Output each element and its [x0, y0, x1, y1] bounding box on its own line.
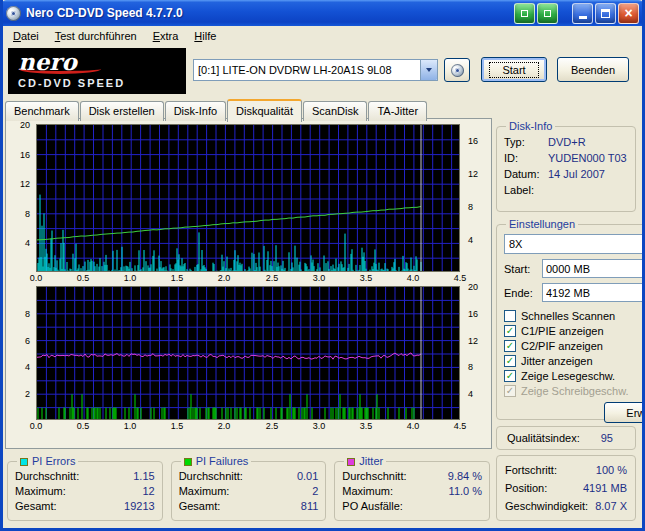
jitter-right-axis: 20161284	[464, 287, 490, 421]
axis-tick-label: 12	[468, 169, 478, 179]
checkbox-c2-pif-anzeigen[interactable]: ✓C2/PIF anzeigen	[504, 338, 645, 353]
menu-item-datei[interactable]: Datei	[5, 28, 47, 44]
menubar: DateiTest durchführenExtraHilfe	[3, 26, 642, 46]
close-button[interactable]: ×	[618, 3, 639, 24]
row-label: Fortschritt:	[505, 461, 596, 479]
stat-row: Maximum:2	[179, 484, 319, 499]
axis-tick-label: 8	[468, 202, 473, 212]
axis-tick-label: 0.0	[30, 273, 43, 283]
row-value: 12	[142, 484, 154, 499]
start-position-label: Start:	[504, 263, 542, 275]
checkbox-jitter-anzeigen[interactable]: ✓Jitter anzeigen	[504, 353, 645, 368]
disc-quality-tab-panel: 20161284 161284 0.00.51.01.52.02.53.03.5…	[5, 118, 492, 449]
end-position-input[interactable]	[542, 283, 645, 302]
row-label: Geschwindigkeit:	[505, 497, 595, 515]
maximize-button[interactable]	[595, 3, 616, 24]
tab-disk-erstellen[interactable]: Disk erstellen	[80, 101, 164, 121]
tab-scandisk[interactable]: ScanDisk	[303, 101, 367, 121]
speed-row: 8X ↻	[504, 234, 645, 254]
chevron-down-icon	[426, 68, 432, 72]
maximize-icon	[601, 9, 610, 18]
checkbox-label: Schnelles Scannen	[521, 310, 615, 322]
checkbox-label: Zeige Lesegeschw.	[521, 370, 615, 382]
checkbox-box[interactable]: ✓	[504, 370, 516, 382]
row-value: 811	[301, 499, 319, 514]
row-label: Durchschnitt:	[342, 469, 447, 484]
checkbox-c1-pie-anzeigen[interactable]: ✓C1/PIE anzeigen	[504, 323, 645, 338]
checkbox-box[interactable]: ✓	[504, 340, 516, 352]
start-position-row: Start:	[504, 259, 645, 278]
checkbox-box[interactable]	[504, 310, 516, 322]
axis-tick-label: 3.0	[313, 273, 326, 283]
titlebar-buttons: ×	[512, 3, 639, 24]
row-value: 0.01	[297, 469, 318, 484]
checkbox-label: Jitter anzeigen	[521, 355, 593, 367]
drive-select[interactable]: [0:1] LITE-ON DVDRW LH-20A1S 9L08	[193, 59, 438, 81]
speed-select[interactable]: 8X	[504, 234, 645, 254]
axis-tick-label: 0.5	[77, 421, 90, 431]
menu-item-extra[interactable]: Extra	[145, 28, 187, 44]
row-value: 100 %	[596, 461, 627, 479]
axis-tick-label: 2.5	[266, 273, 279, 283]
axis-tick-label: 2.0	[218, 273, 231, 283]
axis-tick-label: 8	[25, 209, 30, 219]
axis-tick-label: 16	[468, 136, 478, 146]
result-box-title: PI Errors	[17, 455, 78, 467]
axis-tick-label: 4	[25, 362, 30, 372]
row-value: 14 Jul 2007	[548, 166, 628, 182]
tab-diskqualitat[interactable]: Diskqualität	[227, 99, 302, 122]
axis-tick-label: 3.5	[360, 421, 373, 431]
row-value: 11.0 %	[449, 484, 482, 499]
settings-box: Einstellungen 8X ↻ Start: Ende: Schnelle…	[496, 218, 645, 420]
checkbox-zeige-lesegeschw[interactable]: ✓Zeige Lesegeschw.	[504, 368, 645, 383]
window-glyph-icon	[544, 10, 551, 17]
pif-x-axis: 0.00.51.01.52.02.53.03.54.04.5	[36, 420, 460, 433]
axis-tick-label: 4	[25, 238, 30, 248]
result-box-title: PI Failures	[181, 455, 252, 467]
info-row: Typ:DVD+R	[504, 134, 628, 150]
checkbox-schnelles-scannen[interactable]: Schnelles Scannen	[504, 308, 645, 323]
tab-disk-info[interactable]: Disk-Info	[165, 101, 226, 121]
axis-tick-label: 2.5	[266, 421, 279, 431]
stat-row: Maximum:12	[15, 484, 155, 499]
titlebar[interactable]: Nero CD-DVD Speed 4.7.7.0 ×	[0, 0, 645, 26]
stat-row: Durchschnitt:1.15	[15, 469, 155, 484]
titlebar-extra-button-2[interactable]	[537, 3, 558, 24]
advanced-button-label: Erweitert	[626, 407, 645, 419]
pi-errors-swatch-icon	[20, 458, 28, 466]
drive-select-value: [0:1] LITE-ON DVDRW LH-20A1S 9L08	[194, 60, 420, 80]
pie-errors-chart	[36, 124, 460, 272]
row-value: 2	[312, 484, 318, 499]
stat-row: Maximum:11.0 %	[342, 484, 482, 499]
axis-tick-label: 4.5	[454, 273, 467, 283]
minimize-button[interactable]	[572, 3, 593, 24]
axis-tick-label: 8	[468, 362, 473, 372]
checkbox-box[interactable]: ✓	[504, 325, 516, 337]
pif-jitter-chart-block: 8642 20161284 0.00.51.01.52.02.53.03.54.…	[36, 286, 460, 433]
row-label: Gesamt:	[15, 499, 124, 514]
settings-title: Einstellungen	[506, 218, 578, 230]
titlebar-extra-button-1[interactable]	[514, 3, 535, 24]
row-label: Durchschnitt:	[15, 469, 133, 484]
axis-tick-label: 3.5	[360, 273, 373, 283]
end-position-label: Ende:	[504, 287, 542, 299]
start-position-input[interactable]	[542, 259, 645, 278]
row-value: 4191 MB	[583, 479, 627, 497]
pif-jitter-chart	[36, 286, 460, 420]
tab-ta-jitter[interactable]: TA-Jitter	[368, 101, 427, 121]
window-title: Nero CD-DVD Speed 4.7.7.0	[26, 6, 512, 20]
menu-item-hilfe[interactable]: Hilfe	[186, 28, 224, 44]
info-row: ID:YUDEN000 T03	[504, 150, 628, 166]
menu-item-test-durchfuhren[interactable]: Test durchführen	[47, 28, 145, 44]
advanced-button[interactable]: Erweitert	[604, 402, 645, 423]
advanced-row: Erweitert	[504, 402, 645, 423]
result-title-text: PI Failures	[196, 455, 249, 467]
tab-benchmark[interactable]: Benchmark	[5, 101, 79, 121]
start-button[interactable]: Start	[481, 57, 547, 82]
quit-button[interactable]: Beenden	[557, 57, 629, 82]
stat-row: Geschwindigkeit:8.07 X	[505, 497, 627, 515]
row-label: Maximum:	[179, 484, 313, 499]
drive-select-arrow-button[interactable]	[420, 60, 437, 80]
checkbox-box[interactable]: ✓	[504, 355, 516, 367]
drive-tray-button[interactable]	[444, 58, 470, 82]
